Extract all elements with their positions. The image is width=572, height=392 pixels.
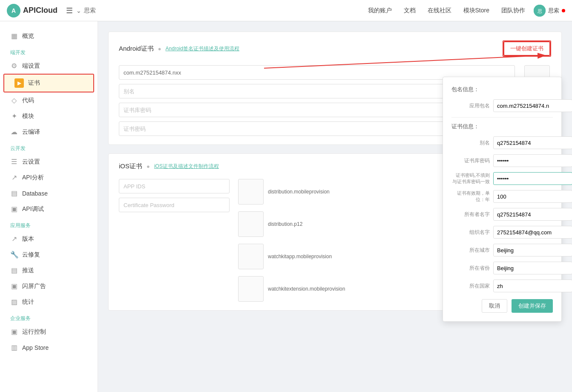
panel-country-row: 所在国家: [451, 280, 553, 292]
menu-item-team[interactable]: 团队协作: [501, 7, 525, 14]
database-icon: ▤: [10, 189, 18, 197]
app-ids-input[interactable]: [119, 179, 230, 193]
version-icon: ↗: [10, 235, 18, 243]
panel-province-input[interactable]: [493, 262, 572, 274]
sidebar-item-version[interactable]: ↗ 版本: [0, 231, 98, 247]
menu-item-store[interactable]: 模块Store: [463, 7, 489, 14]
sidebar-item-label: 证书: [28, 79, 40, 87]
hamburger-icon[interactable]: ☰: [66, 6, 73, 15]
topnav-user[interactable]: 思 思索: [534, 5, 565, 17]
sidebar-item-stats[interactable]: ▨ 统计: [0, 294, 98, 310]
search-area[interactable]: ⌄ 思索: [76, 7, 96, 14]
sidebar-item-module[interactable]: ✦ 模块: [0, 108, 98, 124]
main-content: Android证书 ● Android签名证书描述及使用流程 一键创建证书: [98, 21, 572, 392]
ios-file-label-3: watchkitapp.mobileprovision: [268, 254, 332, 259]
panel-pkg-input[interactable]: [493, 99, 572, 112]
cert-password-input[interactable]: [119, 198, 230, 212]
sidebar-item-label: 推送: [22, 267, 34, 274]
sidebar-item-cloudcompile[interactable]: ☁ 云编译: [0, 124, 98, 140]
sidebar-item-overview[interactable]: ▦ 概览: [0, 28, 98, 44]
sidebar-item-label: 概览: [22, 32, 34, 40]
panel-alias-input[interactable]: [493, 136, 572, 149]
panel-city-row: 所在城市: [451, 244, 553, 257]
create-save-btn[interactable]: 创建并保存: [512, 299, 553, 313]
sidebar-item-cloudsettings[interactable]: ☰ 云设置: [0, 154, 98, 170]
topnav: A APICloud ☰ ⌄ 思索 我的账户 文档 在线社区 模块Store 团…: [0, 0, 572, 21]
panel-owner-input[interactable]: [493, 208, 572, 221]
appstore-icon: ▥: [10, 343, 18, 352]
sidebar-section-enterprise: 企业服务: [0, 310, 98, 324]
android-cert-divider: ●: [158, 46, 161, 52]
panel-keystore-input[interactable]: [493, 154, 572, 167]
sidebar-item-appstore[interactable]: ▥ App Store: [0, 340, 98, 355]
sidebar-section-yunkf: 云开发: [0, 140, 98, 154]
cloudfix-icon: 🔧: [10, 251, 18, 259]
one-click-btn-wrapper: 一键创建证书: [503, 40, 551, 57]
sidebar-item-cloudfix[interactable]: 🔧 云修复: [0, 247, 98, 262]
sidebar-item-label: API分析: [22, 174, 44, 182]
sidebar-item-settings[interactable]: ⚙ 端设置: [0, 58, 98, 74]
analytics-icon: ↗: [10, 173, 18, 182]
android-cert-link[interactable]: Android签名证书描述及使用流程: [166, 45, 239, 52]
panel-certpwd-input[interactable]: [493, 172, 572, 185]
sidebar: ▦ 概览 端开发 ⚙ 端设置 ▶ 证书 ◇ 代码 ✦ 模块 ☁ 云编译 云开发: [0, 21, 98, 392]
panel-divider-1: [451, 117, 553, 118]
apidebug-icon: ▣: [10, 205, 18, 213]
sidebar-item-cert[interactable]: ▶ 证书: [4, 75, 93, 92]
menu-item-account[interactable]: 我的账户: [368, 7, 392, 14]
ios-upload-box-1[interactable]: [238, 179, 264, 205]
panel-city-input[interactable]: [493, 244, 572, 257]
panel-certpwd-label: 证书密码,不填则与证书库密码一致: [451, 172, 490, 185]
sidebar-item-label: 端设置: [22, 62, 40, 70]
sidebar-item-label: 代码: [22, 97, 34, 104]
ios-upload-box-3[interactable]: [238, 244, 264, 269]
notification-dot: [562, 9, 565, 12]
panel-owner-label: 所有者名字: [451, 211, 490, 218]
ios-upload-box-2[interactable]: [238, 211, 264, 237]
sidebar-item-label: 云修复: [22, 251, 40, 259]
sidebar-cert-border: ▶ 证书: [3, 74, 94, 92]
panel-pkg-title: 包名信息：: [451, 86, 553, 93]
ios-cert-link[interactable]: iOS证书及描述文件制作流程: [154, 163, 219, 170]
panel-org-label: 组织名字: [451, 229, 490, 236]
sidebar-item-apidebug[interactable]: ▣ API调试: [0, 201, 98, 217]
sidebar-item-runtime[interactable]: ▣ 运行控制: [0, 324, 98, 340]
one-click-create-btn[interactable]: 一键创建证书: [503, 41, 550, 56]
ios-cert-title-text: iOS证书: [119, 162, 142, 170]
sidebar-item-splash[interactable]: ▣ 闪屏广告: [0, 278, 98, 294]
sidebar-item-label: 云编译: [22, 128, 40, 136]
sidebar-section-appservice: 应用服务: [0, 217, 98, 231]
panel-validity-input[interactable]: [493, 190, 572, 203]
panel-footer: 取消 创建并保存: [451, 299, 553, 313]
panel-org-input[interactable]: [493, 226, 572, 239]
sidebar-item-label: 统计: [22, 298, 34, 306]
sidebar-item-database[interactable]: ▤ Database: [0, 185, 98, 201]
module-icon: ✦: [10, 112, 18, 120]
sidebar-item-apianalytics[interactable]: ↗ API分析: [0, 170, 98, 185]
android-cert-title-text: Android证书: [119, 45, 154, 53]
avatar: 思: [534, 5, 546, 17]
main-layout: ▦ 概览 端开发 ⚙ 端设置 ▶ 证书 ◇ 代码 ✦ 模块 ☁ 云编译 云开发: [0, 21, 572, 392]
sidebar-item-label: API调试: [22, 205, 44, 213]
ios-cert-divider: ●: [147, 163, 150, 170]
cancel-btn[interactable]: 取消: [482, 299, 507, 313]
menu-item-docs[interactable]: 文档: [404, 7, 416, 14]
menu-item-community[interactable]: 在线社区: [428, 7, 451, 14]
panel-keystore-label: 证书库密码: [451, 157, 490, 164]
sidebar-item-label: 版本: [22, 235, 34, 243]
create-cert-panel: 包名信息： 应用包名 证书信息： 别名 证书库密码 证书密码,不填则与证书库密码…: [443, 77, 562, 322]
ios-file-label-1: distribution.mobileprovision: [268, 189, 330, 195]
ios-upload-box-4[interactable]: [238, 276, 264, 302]
sidebar-item-push[interactable]: ▤ 推送: [0, 262, 98, 278]
panel-alias-row: 别名: [451, 136, 553, 149]
panel-validity-row: 证书有效期，单位：年: [451, 190, 553, 203]
logo: A APICloud: [7, 4, 57, 17]
logo-text: APICloud: [23, 6, 57, 15]
splash-icon: ▣: [10, 282, 18, 290]
panel-country-input[interactable]: [493, 280, 572, 292]
sidebar-item-code[interactable]: ◇ 代码: [0, 92, 98, 108]
panel-keystore-row: 证书库密码: [451, 154, 553, 167]
android-cert-title: Android证书 ● Android签名证书描述及使用流程: [119, 45, 239, 53]
panel-certpwd-row: 证书密码,不填则与证书库密码一致: [451, 172, 553, 185]
push-icon: ▤: [10, 266, 18, 274]
